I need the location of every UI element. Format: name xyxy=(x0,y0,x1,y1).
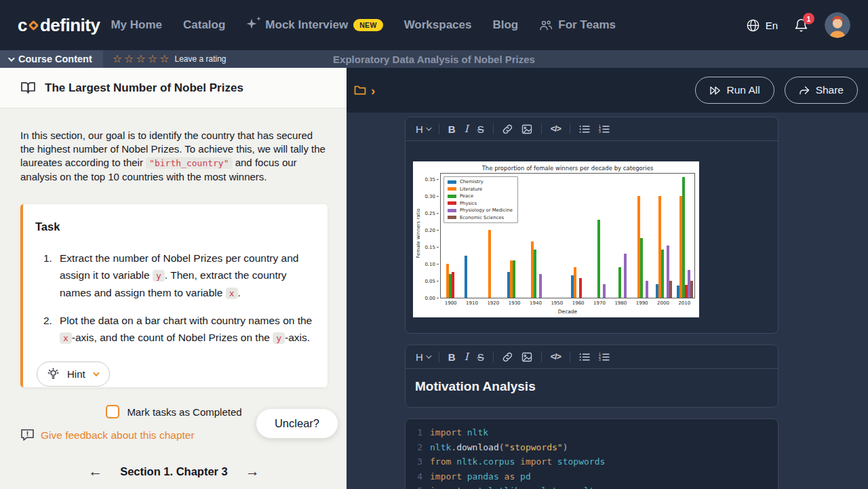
bullet-list-button[interactable] xyxy=(579,353,590,361)
star-icon[interactable]: ☆ xyxy=(148,54,157,64)
codefinity-logo[interactable]: c definity xyxy=(18,15,100,36)
code-token: pd xyxy=(520,469,531,484)
bullet-list-button[interactable] xyxy=(579,125,590,134)
mark-completed-checkbox[interactable] xyxy=(106,405,119,418)
feedback-label: Give feedback about this chapter xyxy=(41,429,195,442)
nav-item-for-teams[interactable]: For Teams xyxy=(539,18,616,32)
chart-bar xyxy=(452,272,454,298)
nav-item-catalog[interactable]: Catalog xyxy=(183,18,225,32)
inline-code-birth-country: "birth_country" xyxy=(146,157,232,169)
task-text-part: . xyxy=(238,287,241,298)
italic-button[interactable]: I xyxy=(465,351,469,363)
chart-bar xyxy=(669,281,672,298)
chapter-label: Section 1. Chapter 3 xyxy=(120,465,228,478)
toolbar-divider xyxy=(439,123,439,134)
nav-label: Catalog xyxy=(183,18,225,32)
leave-rating-label: Leave a rating xyxy=(174,54,226,64)
legend-label: Chemistry xyxy=(460,179,484,184)
run-all-button[interactable]: Run All xyxy=(695,77,774,104)
book-icon xyxy=(20,81,36,94)
notebook-area: H B I S xyxy=(347,113,868,489)
x-tick-label: 2010 xyxy=(678,300,690,306)
legend-entry: Literature xyxy=(448,187,513,192)
code-cell[interactable]: 1import nltk2nltk.download("stopwords")3… xyxy=(405,418,778,489)
link-button[interactable] xyxy=(502,124,513,134)
bold-button[interactable]: B xyxy=(448,123,456,135)
nav-links: My Home Catalog Mock Interview NEW Works… xyxy=(111,18,616,32)
legend-label: Physics xyxy=(460,201,477,206)
next-chapter-arrow[interactable]: → xyxy=(245,463,260,480)
hint-label: Hint xyxy=(67,368,85,380)
user-avatar[interactable] xyxy=(825,12,850,38)
nav-label: Mock Interview xyxy=(265,18,348,32)
chapter-navigation: ← Section 1. Chapter 3 → xyxy=(20,463,328,480)
x-tick-label: 1940 xyxy=(530,300,542,306)
chart-bar xyxy=(640,238,643,298)
rating-stars[interactable]: ☆ ☆ ☆ ☆ ☆ xyxy=(113,54,170,64)
link-button[interactable] xyxy=(502,352,513,362)
heading-dropdown[interactable]: H xyxy=(416,351,430,363)
nav-item-mock-interview[interactable]: Mock Interview NEW xyxy=(246,18,382,32)
notifications-button[interactable]: 1 xyxy=(794,18,808,33)
logo-text-prefix: c xyxy=(18,15,27,36)
nav-item-blog[interactable]: Blog xyxy=(492,18,518,32)
ordered-list-button[interactable]: 1 2 3 xyxy=(599,353,610,361)
chart-image: The proportion of female winners per dec… xyxy=(413,161,699,317)
image-button[interactable] xyxy=(521,124,532,134)
x-tick-label: 1990 xyxy=(636,300,648,306)
task-item-2: 2. Plot the data on a bar chart with cou… xyxy=(43,312,314,347)
globe-icon xyxy=(746,18,760,33)
nav-item-workspaces[interactable]: Workspaces xyxy=(404,18,472,32)
legend-label: Peace xyxy=(460,193,473,199)
logo-text-suffix: definity xyxy=(40,15,100,36)
file-breadcrumb[interactable]: › xyxy=(354,84,375,97)
ordered-list-button[interactable]: 1 2 3 xyxy=(599,125,610,134)
legend-swatch xyxy=(448,216,456,219)
markdown-heading-text[interactable]: Motivation Analysis xyxy=(406,369,778,407)
chart-bar xyxy=(513,260,515,298)
chart-bar xyxy=(618,267,621,298)
chart-bar xyxy=(539,274,542,298)
course-content-toggle[interactable]: Course Content xyxy=(0,50,103,68)
code-token xyxy=(462,425,467,440)
star-icon[interactable]: ☆ xyxy=(136,54,145,64)
star-icon[interactable]: ☆ xyxy=(124,54,134,64)
new-badge: NEW xyxy=(353,19,382,31)
share-button[interactable]: Share xyxy=(785,77,858,104)
hint-button[interactable]: Hint xyxy=(37,361,110,387)
chart-bar xyxy=(682,177,685,298)
task-text: Extract the number of Nobel Prizes per c… xyxy=(60,250,314,302)
code-token: nltk xyxy=(430,440,451,455)
legend-swatch xyxy=(448,187,456,191)
strikethrough-button[interactable]: S xyxy=(477,351,484,363)
star-icon[interactable]: ☆ xyxy=(113,54,122,64)
x-tick-label: 1950 xyxy=(551,300,563,306)
task-card: Task 1. Extract the number of Nobel Priz… xyxy=(20,204,328,387)
y-tick-mark xyxy=(437,213,439,214)
legend-entry: Chemistry xyxy=(448,179,513,184)
legend-swatch xyxy=(448,209,456,212)
chart-x-axis-label: Decade xyxy=(440,309,695,315)
nav-item-my-home[interactable]: My Home xyxy=(111,18,162,32)
italic-button[interactable]: I xyxy=(465,123,469,135)
star-icon[interactable]: ☆ xyxy=(159,54,169,64)
code-button[interactable]: </> xyxy=(551,124,561,134)
unclear-button[interactable]: Unclear? xyxy=(256,409,338,438)
code-token: download xyxy=(456,440,499,455)
bold-button[interactable]: B xyxy=(448,351,456,363)
task-text: Plot the data on a bar chart with countr… xyxy=(60,312,314,347)
language-selector[interactable]: En xyxy=(746,18,778,33)
mark-completed-label: Mark tasks as Completed xyxy=(127,406,241,418)
heading-dropdown[interactable]: H xyxy=(416,123,430,135)
code-token xyxy=(451,454,456,469)
y-tick-label: 0.15 xyxy=(425,245,435,250)
strikethrough-button[interactable]: S xyxy=(477,123,484,135)
code-button[interactable]: </> xyxy=(551,352,561,361)
chart-bar xyxy=(534,250,536,298)
course-bar: Exploratory Data Analysis of Nobel Prize… xyxy=(0,50,868,68)
image-button[interactable] xyxy=(521,352,532,362)
task-number: 1. xyxy=(43,250,60,302)
previous-chapter-arrow[interactable]: ← xyxy=(88,463,102,480)
task-heading: Task xyxy=(35,220,314,233)
chart-legend: ChemistryLiteraturePeacePhysicsPhysiolog… xyxy=(443,176,518,223)
